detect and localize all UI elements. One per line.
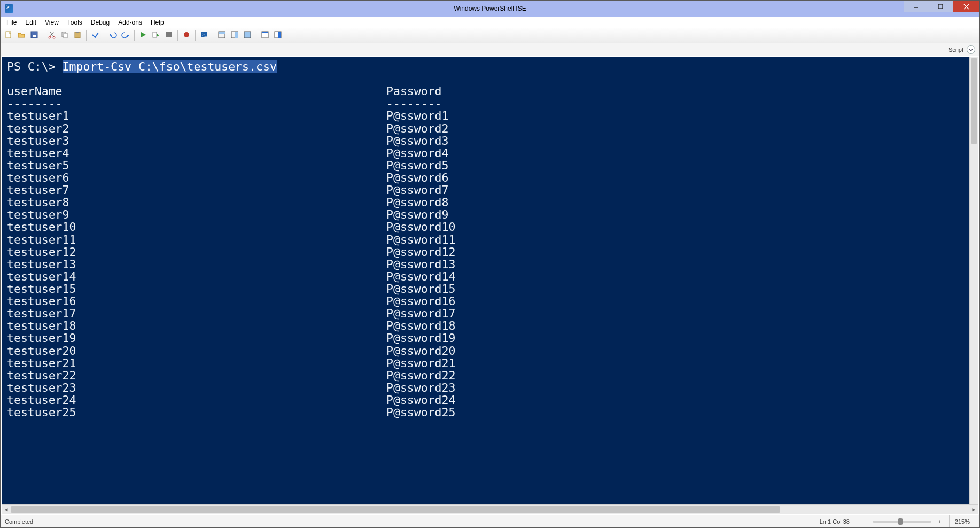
output-row: testuser13P@ssword13 bbox=[7, 258, 973, 270]
stop-button[interactable] bbox=[163, 30, 175, 42]
show-command-button[interactable] bbox=[259, 30, 271, 42]
menu-help[interactable]: Help bbox=[147, 18, 168, 27]
run-selection-button[interactable] bbox=[150, 30, 162, 42]
output-row: testuser17P@ssword17 bbox=[7, 307, 973, 320]
save-file-icon bbox=[30, 30, 38, 41]
toolbar-separator bbox=[104, 30, 104, 41]
svg-rect-12 bbox=[76, 32, 79, 33]
cell-username: testuser11 bbox=[7, 234, 386, 246]
undo-button[interactable] bbox=[107, 30, 119, 42]
cell-password: P@ssword4 bbox=[386, 147, 449, 159]
vertical-scrollbar[interactable] bbox=[969, 57, 978, 504]
col-header-password: Password bbox=[386, 85, 442, 97]
cell-password: P@ssword7 bbox=[386, 184, 449, 196]
show-script-max-button[interactable] bbox=[242, 30, 253, 42]
cell-username: testuser10 bbox=[7, 221, 386, 233]
menu-edit[interactable]: Edit bbox=[21, 18, 40, 27]
console-output[interactable]: PS C:\> Import-Csv C:\fso\testusers.csv … bbox=[2, 57, 978, 504]
col-sep: -------- bbox=[7, 97, 386, 110]
cell-password: P@ssword11 bbox=[386, 234, 455, 246]
output-row: testuser1P@ssword1 bbox=[7, 110, 973, 122]
svg-rect-19 bbox=[219, 32, 225, 34]
toolbar-separator bbox=[86, 30, 87, 41]
remote-powershell-button[interactable]: >_ bbox=[198, 30, 210, 42]
hscroll-thumb[interactable] bbox=[11, 506, 780, 513]
menu-debug[interactable]: Debug bbox=[87, 18, 113, 27]
svg-rect-22 bbox=[244, 32, 251, 38]
clear-button[interactable] bbox=[89, 30, 101, 42]
status-cursor-position: Ln 1 Col 38 bbox=[814, 515, 855, 527]
cut-button[interactable] bbox=[46, 30, 58, 42]
minimize-button[interactable] bbox=[904, 1, 928, 12]
menu-add-ons[interactable]: Add-ons bbox=[114, 18, 146, 27]
app-window: Windows PowerShell ISE FileEditViewTools… bbox=[0, 0, 980, 528]
cell-password: P@ssword18 bbox=[386, 320, 455, 332]
redo-icon bbox=[121, 30, 130, 41]
cell-username: testuser18 bbox=[7, 320, 386, 332]
breakpoint-icon bbox=[182, 30, 191, 41]
remote-powershell-icon: >_ bbox=[200, 30, 208, 41]
output-row: testuser19P@ssword19 bbox=[7, 332, 973, 344]
save-file-button[interactable] bbox=[28, 30, 40, 42]
cell-username: testuser12 bbox=[7, 246, 386, 258]
cell-username: testuser9 bbox=[7, 208, 386, 221]
horizontal-scrollbar[interactable]: ◄ ► bbox=[2, 504, 978, 514]
svg-point-15 bbox=[184, 32, 189, 37]
svg-rect-14 bbox=[166, 32, 172, 37]
svg-rect-13 bbox=[153, 32, 157, 37]
output-row: testuser25P@ssword25 bbox=[7, 406, 973, 418]
scroll-right-arrow-icon[interactable]: ► bbox=[969, 505, 978, 514]
menu-tools[interactable]: Tools bbox=[64, 18, 86, 27]
hscroll-track[interactable] bbox=[11, 505, 969, 514]
cell-username: testuser1 bbox=[7, 110, 386, 122]
show-script-right-button[interactable] bbox=[229, 30, 240, 42]
open-file-button[interactable] bbox=[15, 30, 27, 42]
toolbar-separator bbox=[43, 30, 43, 41]
cell-password: P@ssword14 bbox=[386, 270, 455, 283]
show-script-top-button[interactable] bbox=[216, 30, 228, 42]
cell-username: testuser25 bbox=[7, 406, 386, 418]
breakpoint-button[interactable] bbox=[181, 30, 192, 42]
copy-button[interactable] bbox=[59, 30, 71, 42]
output-row: testuser7P@ssword7 bbox=[7, 184, 973, 196]
svg-rect-26 bbox=[278, 32, 281, 38]
cell-password: P@ssword23 bbox=[386, 382, 455, 394]
output-row: testuser6P@ssword6 bbox=[7, 172, 973, 184]
maximize-button[interactable] bbox=[928, 1, 953, 12]
cell-username: testuser2 bbox=[7, 122, 386, 135]
cell-username: testuser21 bbox=[7, 357, 386, 369]
cell-password: P@ssword20 bbox=[386, 345, 455, 357]
output-row: testuser21P@ssword21 bbox=[7, 357, 973, 369]
redo-button[interactable] bbox=[120, 30, 131, 42]
output-row: testuser8P@ssword8 bbox=[7, 196, 973, 208]
svg-rect-10 bbox=[64, 33, 67, 38]
zoom-slider[interactable] bbox=[873, 521, 931, 523]
run-script-button[interactable] bbox=[137, 30, 149, 42]
zoom-out-icon[interactable]: − bbox=[861, 518, 868, 525]
output-row: testuser9P@ssword9 bbox=[7, 208, 973, 221]
svg-rect-1 bbox=[938, 4, 943, 9]
menu-file[interactable]: File bbox=[3, 18, 20, 27]
cell-username: testuser7 bbox=[7, 184, 386, 196]
zoom-slider-knob[interactable] bbox=[898, 518, 903, 525]
blank-line bbox=[7, 73, 973, 85]
scroll-left-arrow-icon[interactable]: ◄ bbox=[2, 505, 11, 514]
svg-rect-24 bbox=[262, 32, 268, 33]
scrollbar-thumb[interactable] bbox=[971, 58, 977, 144]
zoom-in-icon[interactable]: + bbox=[936, 518, 943, 525]
show-script-top-icon bbox=[217, 30, 226, 41]
cell-password: P@ssword6 bbox=[386, 172, 449, 184]
command-addon-button[interactable] bbox=[272, 30, 284, 42]
cell-username: testuser17 bbox=[7, 307, 386, 320]
expand-script-pane-button[interactable] bbox=[967, 45, 975, 54]
close-button[interactable] bbox=[953, 1, 979, 12]
menu-view[interactable]: View bbox=[41, 18, 63, 27]
cell-username: testuser24 bbox=[7, 394, 386, 406]
paste-button[interactable] bbox=[72, 30, 83, 42]
cell-password: P@ssword9 bbox=[386, 208, 449, 221]
cell-username: testuser6 bbox=[7, 172, 386, 184]
cut-icon bbox=[48, 30, 56, 41]
new-file-button[interactable] bbox=[3, 30, 14, 42]
paste-icon bbox=[73, 30, 82, 41]
col-header-username: userName bbox=[7, 85, 386, 97]
